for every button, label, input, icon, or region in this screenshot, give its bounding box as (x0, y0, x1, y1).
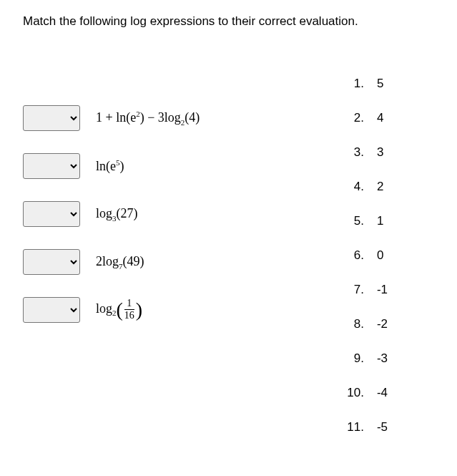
answer-number: 7. (341, 283, 364, 297)
text: 1 + ln (96, 110, 126, 125)
answer-value: -5 (377, 420, 388, 434)
answer-number: 6. (341, 248, 364, 263)
match-row: ln(e5) (23, 153, 200, 179)
expression-2: ln(e5) (96, 158, 124, 174)
question-prompt: Match the following log expressions to t… (23, 13, 434, 30)
answer-select-5[interactable] (23, 297, 80, 323)
superscript: 2 (136, 110, 140, 118)
answer-option: 10.-4 (341, 386, 388, 400)
answer-number: 3. (341, 145, 364, 160)
answer-number: 2. (341, 111, 364, 125)
answer-value: 2 (377, 180, 383, 194)
answer-value: -1 (377, 283, 388, 297)
text: log (96, 206, 112, 220)
text: 2log (96, 254, 119, 268)
answer-number: 9. (341, 351, 364, 366)
match-row: 1 + ln(e2) − 3log2(4) (23, 105, 200, 131)
answer-option: 7.-1 (341, 283, 388, 297)
answer-value: 5 (377, 77, 383, 91)
text: e (130, 110, 136, 125)
answer-option: 6.0 (341, 248, 388, 263)
expression-3: log3(27) (96, 206, 138, 223)
answer-value: 1 (377, 214, 383, 228)
match-row: 2log7(49) (23, 249, 200, 275)
answer-option: 1.5 (341, 77, 388, 91)
answer-number: 4. (341, 180, 364, 194)
text: ln (96, 159, 106, 173)
answer-number: 5. (341, 214, 364, 228)
match-row: log2(116) (23, 297, 200, 323)
fraction: 116 (124, 298, 134, 321)
answer-number: 1. (341, 77, 364, 91)
text: (49) (123, 254, 144, 268)
answer-value: -4 (377, 386, 388, 400)
answer-value: 4 (377, 111, 383, 125)
answer-value: 0 (377, 248, 383, 263)
match-row: log3(27) (23, 201, 200, 227)
expression-5: log2(116) (96, 298, 142, 321)
answer-option: 2.4 (341, 111, 388, 125)
answer-option: 11.-5 (341, 420, 388, 434)
superscript: 5 (116, 158, 120, 167)
answer-select-3[interactable] (23, 201, 80, 227)
answers-column: 1.5 2.4 3.3 4.2 5.1 6.0 7.-1 8.-2 9.-3 1… (341, 77, 434, 455)
answer-select-2[interactable] (23, 153, 80, 179)
text: e (110, 159, 116, 173)
text: (4) (185, 110, 200, 125)
answer-value: 3 (377, 145, 383, 160)
matching-container: 1 + ln(e2) − 3log2(4) ln(e5) log3(27) 2l… (23, 77, 434, 455)
answer-option: 5.1 (341, 214, 388, 228)
answer-select-4[interactable] (23, 249, 80, 275)
open-paren: ( (117, 298, 123, 321)
answer-option: 3.3 (341, 145, 388, 160)
answer-option: 9.-3 (341, 351, 388, 366)
denominator: 16 (124, 310, 134, 321)
answer-option: 4.2 (341, 180, 388, 194)
answer-number: 8. (341, 317, 364, 331)
expression-1: 1 + ln(e2) − 3log2(4) (96, 110, 200, 127)
answer-value: -2 (377, 317, 388, 331)
text: − 3log (144, 110, 181, 125)
answer-value: -3 (377, 351, 388, 366)
answer-number: 10. (341, 386, 364, 400)
text: (27) (117, 206, 138, 220)
numerator: 1 (124, 298, 134, 310)
answer-number: 11. (341, 420, 364, 434)
text: log (96, 301, 112, 316)
answer-select-1[interactable] (23, 105, 80, 131)
answer-option: 8.-2 (341, 317, 388, 331)
expression-4: 2log7(49) (96, 254, 144, 271)
expressions-column: 1 + ln(e2) − 3log2(4) ln(e5) log3(27) 2l… (23, 77, 200, 345)
close-paren: ) (136, 298, 142, 321)
